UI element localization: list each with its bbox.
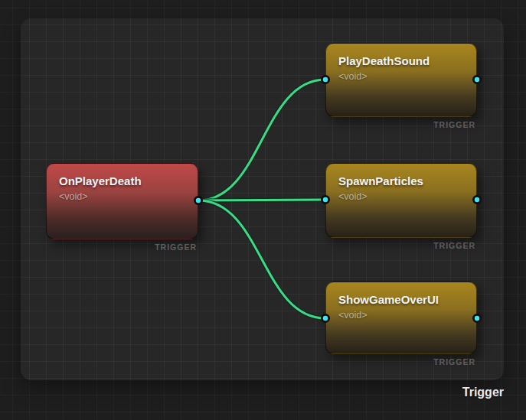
output-port-spawnparticles[interactable]	[473, 196, 480, 203]
node-showgameoverui[interactable]: ShowGameOverUI <void>	[325, 282, 477, 354]
node-type-badge: TRIGGER	[433, 357, 475, 366]
node-return-type: <void>	[338, 310, 464, 321]
node-spawnparticles[interactable]: SpawnParticles <void>	[325, 163, 477, 238]
node-type-badge: TRIGGER	[433, 120, 475, 129]
output-port-showgameoverui[interactable]	[473, 314, 480, 321]
node-playdeathsound[interactable]: PlayDeathSound <void>	[325, 43, 477, 117]
node-title: ShowGameOverUI	[338, 292, 464, 307]
node-onplayerdeath[interactable]: OnPlayerDeath <void>	[46, 163, 198, 239]
node-title: OnPlayerDeath	[59, 174, 185, 188]
output-port-onplayerdeath[interactable]	[194, 197, 201, 203]
node-type-badge: TRIGGER	[155, 243, 197, 252]
input-port-spawnparticles[interactable]	[322, 196, 328, 203]
node-title: PlayDeathSound	[338, 54, 464, 68]
node-return-type: <void>	[59, 191, 185, 203]
node-return-type: <void>	[338, 191, 464, 203]
node-title: SpawnParticles	[338, 174, 464, 188]
output-port-playdeathsound[interactable]	[473, 76, 480, 83]
node-type-badge: TRIGGER	[433, 241, 475, 250]
graph-canvas[interactable]: OnPlayerDeath <void> TRIGGER PlayDeathSo…	[0, 0, 526, 420]
node-return-type: <void>	[338, 71, 464, 83]
edge-onplayerdeath-to-spawnparticles[interactable]	[198, 200, 325, 200]
input-port-playdeathsound[interactable]	[322, 76, 328, 83]
graph-type-label: Trigger	[462, 386, 504, 399]
input-port-showgameoverui[interactable]	[322, 314, 328, 321]
